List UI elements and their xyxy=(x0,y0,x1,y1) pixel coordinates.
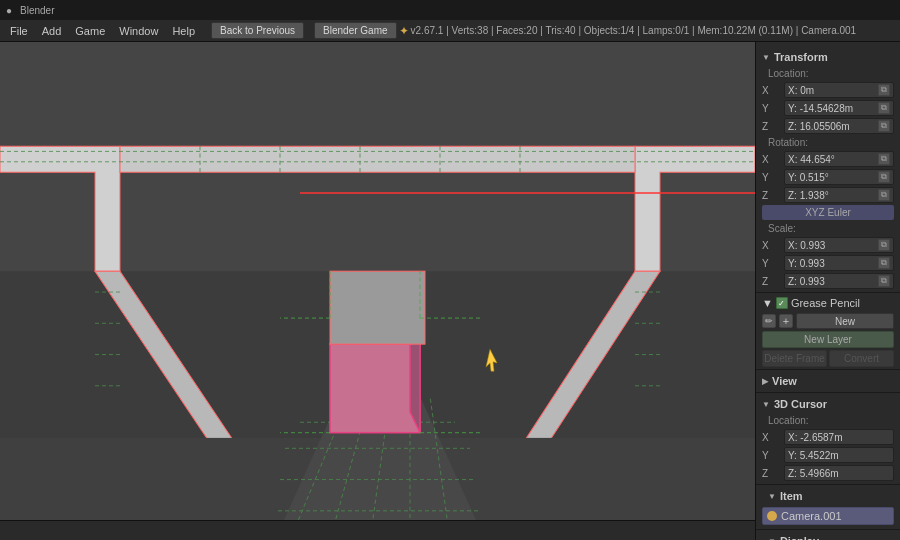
loc-y-copy-icon[interactable]: ⧉ xyxy=(878,102,890,114)
camera-item[interactable]: Camera.001 xyxy=(762,507,894,525)
scale-x-copy-icon[interactable]: ⧉ xyxy=(878,239,890,251)
convert-button[interactable]: Convert xyxy=(829,350,894,367)
xyz-euler-selector[interactable]: XYZ Euler xyxy=(762,205,894,220)
scale-x-value: X: 0.993 xyxy=(788,240,825,251)
frame-buttons-row: Delete Frame Convert xyxy=(762,350,894,367)
gp-triangle: ▼ xyxy=(762,297,773,309)
right-panel: ▼ Transform Location: X X: 0m ⧉ Y Y: -14… xyxy=(755,42,900,540)
scale-z-copy-icon[interactable]: ⧉ xyxy=(878,275,890,287)
rotation-label-row: Rotation: xyxy=(756,135,900,150)
location-label: Location: xyxy=(762,67,815,80)
cursor-z-field[interactable]: Z: 5.4966m xyxy=(784,465,894,481)
cursor-location-label: Location: xyxy=(762,414,815,427)
loc-x-value: X: 0m xyxy=(788,85,814,96)
item-header[interactable]: ▼ Item xyxy=(762,487,894,505)
view-label: View xyxy=(772,375,797,387)
view-triangle: ▶ xyxy=(762,377,768,386)
pencil-icon[interactable]: ✏ xyxy=(762,314,776,328)
menu-bar: File Add Game Window Help Back to Previo… xyxy=(0,20,900,42)
cursor-x-value: X: -2.6587m xyxy=(788,432,842,443)
rot-z-field[interactable]: Z: 1.938° ⧉ xyxy=(784,187,894,203)
loc-x-copy-icon[interactable]: ⧉ xyxy=(878,84,890,96)
scale-y-copy-icon[interactable]: ⧉ xyxy=(878,257,890,269)
cursor-header[interactable]: ▼ 3D Cursor xyxy=(756,395,900,413)
delete-frame-button[interactable]: Delete Frame xyxy=(762,350,827,367)
scale-y-row: Y Y: 0.993 ⧉ xyxy=(756,254,900,272)
new-gp-button[interactable]: New xyxy=(796,313,894,329)
loc-z-field[interactable]: Z: 16.05506m ⧉ xyxy=(784,118,894,134)
scale-z-row: Z Z: 0.993 ⧉ xyxy=(756,272,900,290)
transform-header[interactable]: ▼ Transform xyxy=(756,48,900,66)
scale-x-row: X X: 0.993 ⧉ xyxy=(756,236,900,254)
cursor-y-field[interactable]: Y: 5.4522m xyxy=(784,447,894,463)
scene-svg xyxy=(0,42,755,540)
scale-z-label: Z xyxy=(762,276,782,287)
rot-z-copy-icon[interactable]: ⧉ xyxy=(878,189,890,201)
rot-x-field[interactable]: X: 44.654° ⧉ xyxy=(784,151,894,167)
display-label: Display xyxy=(780,535,819,540)
cursor-triangle: ▼ xyxy=(762,400,770,409)
loc-y-row: Y Y: -14.54628m ⧉ xyxy=(756,99,900,117)
loc-z-value: Z: 16.05506m xyxy=(788,121,850,132)
scale-x-label: X xyxy=(762,240,782,251)
menu-game[interactable]: Game xyxy=(69,23,111,39)
engine-select-button[interactable]: Blender Game xyxy=(314,22,396,39)
item-triangle: ▼ xyxy=(768,492,776,501)
rotation-label: Rotation: xyxy=(762,136,814,149)
cursor-y-row: Y Y: 5.4522m xyxy=(756,446,900,464)
transform-label: Transform xyxy=(774,51,828,63)
new-layer-button[interactable]: New Layer xyxy=(762,331,894,348)
location-label-row: Location: xyxy=(756,66,900,81)
grease-pencil-checkbox[interactable]: ✓ xyxy=(776,297,788,309)
loc-z-copy-icon[interactable]: ⧉ xyxy=(878,120,890,132)
item-label: Item xyxy=(780,490,803,502)
app-icon: ● xyxy=(6,5,12,16)
rot-z-value: Z: 1.938° xyxy=(788,190,829,201)
menu-window[interactable]: Window xyxy=(113,23,164,39)
cursor-location-label-row: Location: xyxy=(756,413,900,428)
menu-help[interactable]: Help xyxy=(166,23,201,39)
loc-y-label: Y xyxy=(762,103,782,114)
menu-file[interactable]: File xyxy=(4,23,34,39)
viewport-bottom-bar xyxy=(0,520,755,540)
rot-y-value: Y: 0.515° xyxy=(788,172,829,183)
scale-label: Scale: xyxy=(762,222,802,235)
loc-x-field[interactable]: X: 0m ⧉ xyxy=(784,82,894,98)
grease-pencil-section: ▼ ✓ Grease Pencil ✏ + New New Layer Dele… xyxy=(756,293,900,370)
scale-z-value: Z: 0.993 xyxy=(788,276,825,287)
view-section: ▶ View xyxy=(756,370,900,393)
rot-z-label: Z xyxy=(762,190,782,201)
cursor-y-value: Y: 5.4522m xyxy=(788,450,839,461)
cursor-y-label: Y xyxy=(762,450,782,461)
loc-x-row: X X: 0m ⧉ xyxy=(756,81,900,99)
add-gp-button[interactable]: + xyxy=(779,314,793,328)
rot-y-copy-icon[interactable]: ⧉ xyxy=(878,171,890,183)
view-header[interactable]: ▶ View xyxy=(756,372,900,390)
rot-x-value: X: 44.654° xyxy=(788,154,835,165)
cursor-z-row: Z Z: 5.4966m xyxy=(756,464,900,482)
rot-y-field[interactable]: Y: 0.515° ⧉ xyxy=(784,169,894,185)
cursor-x-label: X xyxy=(762,432,782,443)
rot-x-copy-icon[interactable]: ⧉ xyxy=(878,153,890,165)
loc-y-field[interactable]: Y: -14.54628m ⧉ xyxy=(784,100,894,116)
scale-y-label: Y xyxy=(762,258,782,269)
rot-y-label: Y xyxy=(762,172,782,183)
cursor-x-row: X X: -2.6587m xyxy=(756,428,900,446)
scale-y-value: Y: 0.993 xyxy=(788,258,825,269)
scale-y-field[interactable]: Y: 0.993 ⧉ xyxy=(784,255,894,271)
scale-x-field[interactable]: X: 0.993 ⧉ xyxy=(784,237,894,253)
rot-x-row: X X: 44.654° ⧉ xyxy=(756,150,900,168)
svg-rect-37 xyxy=(330,271,425,344)
grease-pencil-header: ▼ ✓ Grease Pencil xyxy=(762,295,894,311)
grease-pencil-label: Grease Pencil xyxy=(791,297,860,309)
cursor-x-field[interactable]: X: -2.6587m xyxy=(784,429,894,445)
display-triangle: ▼ xyxy=(768,537,776,541)
viewport[interactable] xyxy=(0,42,755,540)
camera-icon xyxy=(767,511,777,521)
scale-z-field[interactable]: Z: 0.993 ⧉ xyxy=(784,273,894,289)
gp-tool-row: ✏ + New xyxy=(762,313,894,329)
display-header[interactable]: ▼ Display xyxy=(762,532,894,540)
camera-name: Camera.001 xyxy=(781,510,842,522)
menu-add[interactable]: Add xyxy=(36,23,68,39)
back-to-previous-button[interactable]: Back to Previous xyxy=(211,22,304,39)
